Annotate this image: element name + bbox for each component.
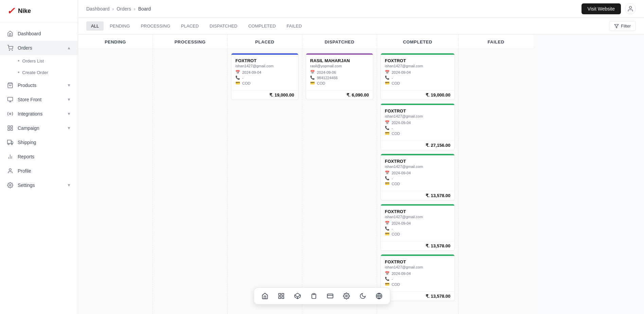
card-phone: - (392, 176, 393, 180)
calendar-icon: 📅 (385, 271, 390, 276)
sidebar-item-shipping-label: Shipping (18, 140, 36, 145)
column-processing: PROCESSING (153, 35, 228, 314)
payment-icon: 💳 (385, 282, 390, 286)
tab-pending[interactable]: PENDING (105, 21, 135, 31)
sidebar-item-create-order[interactable]: Create Order (18, 67, 78, 78)
card-amount: ₹. 13,578.00 (381, 241, 454, 250)
card-phone-row: 📞 - (385, 277, 450, 281)
orders-list-label: Orders List (22, 58, 44, 64)
card-phone-row: 📞 9841224466 (310, 75, 369, 80)
sidebar-item-dashboard[interactable]: Dashboard (0, 27, 78, 41)
order-card-placed-1[interactable]: FOXTROT ishan1427@gmail.com 📅 2024-09-04… (231, 53, 299, 100)
card-payment-row: 💳 COD (385, 131, 450, 136)
nike-logo-icon: ✓ (7, 5, 15, 17)
sidebar-item-storefront[interactable]: Store Front ▼ (0, 92, 78, 107)
sidebar-item-settings[interactable]: Settings ▼ (0, 178, 78, 192)
svg-rect-29 (327, 294, 333, 298)
svg-point-6 (10, 113, 11, 115)
toolbar-grid-icon[interactable] (276, 291, 287, 301)
card-meta: 📅 2024-09-04 📞 - 💳 COD (385, 271, 450, 286)
svg-rect-24 (282, 297, 284, 299)
toolbar-clipboard-icon[interactable] (308, 291, 319, 301)
card-customer-name: FOXTROT (385, 58, 450, 63)
toolbar-home-icon[interactable] (260, 291, 270, 301)
svg-point-18 (9, 169, 11, 171)
orders-chevron-icon: ▲ (67, 46, 71, 50)
shipping-icon (7, 139, 14, 146)
toolbar-settings-icon[interactable] (341, 291, 352, 301)
phone-icon: 📞 (235, 75, 240, 80)
sidebar-item-profile[interactable]: Profile (0, 164, 78, 178)
card-meta: 📅 2024-09-04 📞 - 💳 COD (385, 120, 450, 136)
order-card-completed-2[interactable]: FOXTROT ishan1427@gmail.com 📅 2024-09-04… (380, 103, 455, 150)
order-card-dispatched-1[interactable]: RASIL MAHARJAN rasil@yopmail.com 📅 2024-… (306, 53, 373, 100)
card-date: 2024-09-04 (392, 121, 411, 125)
card-meta: 📅 2024-09-04 📞 - 💳 COD (235, 70, 294, 85)
sidebar-item-integrations[interactable]: Integrations ▼ (0, 107, 78, 121)
tab-all[interactable]: ALL (86, 21, 104, 31)
tab-processing[interactable]: PROCESSING (136, 21, 175, 31)
svg-point-0 (9, 50, 10, 51)
integrations-chevron-icon: ▼ (67, 111, 71, 116)
sidebar-item-shipping[interactable]: Shipping (0, 135, 78, 150)
calendar-icon: 📅 (235, 70, 240, 74)
breadcrumb-board: Board (138, 6, 151, 12)
visit-website-button[interactable]: Visit Website (582, 3, 621, 14)
svg-rect-23 (282, 294, 284, 296)
tab-dispatched[interactable]: DISPATCHED (205, 21, 242, 31)
filter-button-label: Filter (621, 23, 631, 29)
column-pending-header: PENDING (78, 35, 153, 49)
column-processing-cards (153, 49, 227, 314)
tab-failed[interactable]: FAILED (282, 21, 307, 31)
card-body: FOXTROT ishan1427@gmail.com 📅 2024-09-04… (231, 55, 298, 90)
settings-icon (7, 182, 14, 189)
board-container: PENDING PROCESSING PLACED (78, 35, 644, 314)
sidebar-logo: ✓ Nike (0, 0, 78, 22)
floating-toolbar (254, 287, 390, 304)
breadcrumb-sep-2: › (134, 6, 136, 12)
products-chevron-icon: ▼ (67, 83, 71, 88)
sidebar-item-products-label: Products (18, 83, 36, 88)
svg-point-31 (346, 295, 347, 297)
order-card-completed-4[interactable]: FOXTROT ishan1427@gmail.com 📅 2024-09-04… (380, 204, 455, 251)
calendar-icon: 📅 (310, 70, 315, 74)
card-body: FOXTROT ishan1427@gmail.com 📅 2024-09-04… (381, 55, 454, 90)
tab-placed[interactable]: PLACED (176, 21, 203, 31)
main-content: Dashboard › Orders › Board Visit Website… (78, 0, 644, 314)
sidebar-item-orders[interactable]: Orders ▲ (0, 41, 78, 55)
integrations-icon (7, 110, 14, 117)
calendar-icon: 📅 (385, 120, 390, 125)
card-customer-name: RASIL MAHARJAN (310, 58, 369, 63)
card-email: ishan1427@gmail.com (385, 164, 450, 169)
toolbar-globe-icon[interactable] (374, 291, 384, 301)
filter-button[interactable]: Filter (609, 21, 636, 31)
svg-rect-28 (313, 294, 315, 295)
order-card-completed-5[interactable]: FOXTROT ishan1427@gmail.com 📅 2024-09-04… (380, 254, 455, 301)
toolbar-cube-icon[interactable] (292, 291, 303, 301)
sidebar-item-products[interactable]: Products ▼ (0, 78, 78, 92)
user-account-icon[interactable] (625, 3, 636, 14)
home-icon (7, 30, 14, 37)
order-card-completed-3[interactable]: FOXTROT ishan1427@gmail.com 📅 2024-09-04… (380, 154, 455, 200)
sidebar-item-campaign[interactable]: Campaign ▼ (0, 121, 78, 135)
sidebar-item-settings-label: Settings (18, 182, 35, 188)
order-card-completed-1[interactable]: FOXTROT ishan1427@gmail.com 📅 2024-09-04… (380, 53, 455, 100)
card-amount: ₹. 27,156.00 (381, 140, 454, 150)
svg-marker-21 (614, 24, 619, 28)
toolbar-moon-icon[interactable] (357, 291, 368, 301)
svg-rect-7 (8, 126, 10, 127)
tab-completed[interactable]: COMPLETED (244, 21, 281, 31)
sidebar-item-reports[interactable]: Reports (0, 150, 78, 164)
breadcrumb-orders[interactable]: Orders (117, 6, 131, 12)
toolbar-card-icon[interactable] (325, 291, 336, 301)
sidebar-item-orders-list[interactable]: Orders List (18, 55, 78, 67)
card-date: 2024-09-04 (392, 171, 411, 175)
campaign-icon (7, 125, 14, 132)
breadcrumb-dashboard[interactable]: Dashboard (86, 6, 110, 12)
card-payment: COD (392, 232, 400, 236)
column-failed-cards (459, 49, 533, 314)
payment-icon: 💳 (385, 232, 390, 236)
column-failed: FAILED (459, 35, 533, 314)
orders-icon (7, 45, 14, 51)
card-payment: COD (392, 282, 400, 286)
